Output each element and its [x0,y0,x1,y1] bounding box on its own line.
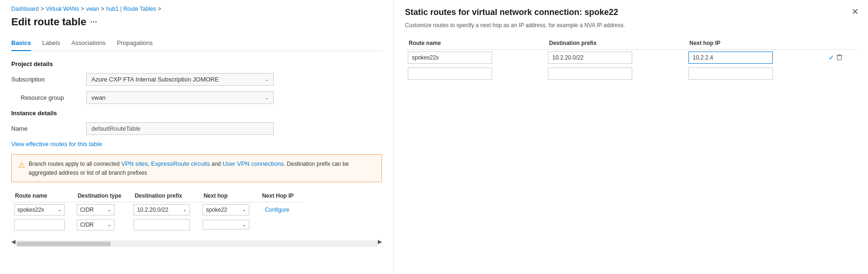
subscription-value: Azure CXP FTA Internal Subscription JOMO… [91,76,219,83]
name-row: Name defaultRouteTable [11,122,382,135]
tab-labels[interactable]: Labels [42,36,60,51]
table-row: CIDR ⌄ ⌄ [11,217,302,232]
next-hop-chevron-icon: ⌄ [242,207,246,212]
table-row: spokes22x ⌄ CIDR ⌄ 10.2.20.0/22 ⌄ [11,202,302,217]
route-name-input-1[interactable]: spokes22x ⌄ [14,204,65,215]
right-panel: ✕ Static routes for virtual network conn… [394,0,868,274]
sr-col-route-name: Route name [405,37,545,50]
panel-subtitle: Customize routes to specify a next hop a… [405,21,857,30]
resource-group-row: Resource group vwan ⌄ [11,91,382,104]
next-hop-2-chevron-icon: ⌄ [242,222,246,227]
tab-propagations[interactable]: Propagations [117,36,153,51]
breadcrumb-virtual-wans[interactable]: Virtual WANs [46,6,79,12]
breadcrumb-dashboard[interactable]: Dashboard [11,6,39,12]
subscription-dropdown[interactable]: Azure CXP FTA Internal Subscription JOMO… [86,73,274,86]
name-label: Name [11,125,86,132]
vpn-sites-link[interactable]: VPN sites [121,160,148,167]
tab-bar: Basics Labels Associations Propagations [11,36,382,51]
scroll-left-icon[interactable]: ◀ [11,238,15,245]
tab-basics[interactable]: Basics [11,36,31,51]
sr-row-1-actions: ✓ [829,54,854,62]
col-next-hop-ip: Next Hop IP [258,190,302,202]
breadcrumb-route-tables[interactable]: hub1 | Route Tables [106,6,156,12]
panel-title: Static routes for virtual network connec… [405,7,857,17]
destination-prefix-input-2[interactable] [134,219,190,230]
destination-type-select-1[interactable]: CIDR ⌄ [77,204,114,215]
scrollbar-thumb [17,242,111,246]
tab-associations[interactable]: Associations [71,36,105,51]
breadcrumb: Dashboard > Virtual WANs > vwan > hub1 |… [11,6,382,12]
breadcrumb-vwan[interactable]: vwan [86,6,99,12]
warning-text: Branch routes apply to all connected VPN… [29,159,375,177]
resource-group-chevron-icon: ⌄ [265,95,269,100]
configure-link-1[interactable]: Configure [261,207,293,213]
horizontal-scrollbar[interactable] [16,241,377,246]
static-route-row: ✓ [405,50,857,66]
sr-next-hop-input-1[interactable] [688,52,773,64]
subscription-label: Subscription [11,76,86,83]
resource-group-value: vwan [91,94,105,101]
warning-icon: ⚠ [18,160,25,171]
resource-group-label: Resource group [11,94,86,101]
scroll-right-icon[interactable]: ▶ [378,238,382,245]
sr-dest-prefix-input-2[interactable] [548,67,632,80]
expressroute-link[interactable]: ExpressRoute circuits [151,160,210,167]
close-button[interactable]: ✕ [852,7,859,16]
user-vpn-link[interactable]: User VPN connections [223,160,284,167]
next-hop-select-2[interactable]: ⌄ [202,220,249,230]
route-name-input-2[interactable] [14,219,65,230]
sr-col-dest-prefix: Destination prefix [545,37,685,50]
next-hop-select-1[interactable]: spoke22 ⌄ [202,204,249,215]
project-details-title: Project details [11,60,382,67]
dest-type-2-chevron-icon: ⌄ [107,222,111,227]
view-effective-routes-link[interactable]: View effective routes for this table [11,141,102,148]
static-route-table: Route name Destination prefix Next hop I… [405,37,857,81]
route-table-container: Route name Destination type Destination … [11,190,382,246]
sr-route-name-input-1[interactable] [408,52,492,64]
destination-type-select-2[interactable]: CIDR ⌄ [77,219,114,230]
name-input: defaultRouteTable [86,122,274,135]
sr-col-actions [826,37,857,50]
subscription-row: Subscription Azure CXP FTA Internal Subs… [11,73,382,86]
col-destination-type: Destination type [74,190,131,202]
instance-details-title: Instance details [11,110,382,117]
sr-next-hop-input-2[interactable] [688,67,773,80]
resource-group-dropdown[interactable]: vwan ⌄ [86,91,274,104]
dest-prefix-chevron-icon: ⌄ [183,207,187,212]
sr-dest-prefix-input-1[interactable] [548,52,632,64]
more-options-button[interactable]: ··· [90,17,97,27]
destination-prefix-input-1[interactable]: 10.2.20.0/22 ⌄ [134,204,190,215]
warning-box: ⚠ Branch routes apply to all connected V… [11,154,382,182]
page-title-container: Edit route table ··· [11,16,382,28]
col-next-hop: Next hop [200,190,258,202]
col-destination-prefix: Destination prefix [131,190,200,202]
subscription-chevron-icon: ⌄ [265,77,269,82]
svg-rect-1 [838,54,841,55]
sr-col-next-hop-ip: Next hop IP [686,37,826,50]
dest-type-chevron-icon: ⌄ [107,207,111,212]
left-panel: Dashboard > Virtual WANs > vwan > hub1 |… [0,0,394,274]
sr-delete-button-1[interactable] [836,54,843,62]
static-route-row [405,66,857,81]
sr-confirm-button-1[interactable]: ✓ [829,54,834,61]
col-route-name: Route name [11,190,74,202]
route-table: Route name Destination type Destination … [11,190,302,232]
sr-route-name-input-2[interactable] [408,67,492,80]
page-title: Edit route table [11,16,86,28]
route-name-chevron-icon: ⌄ [58,207,61,212]
